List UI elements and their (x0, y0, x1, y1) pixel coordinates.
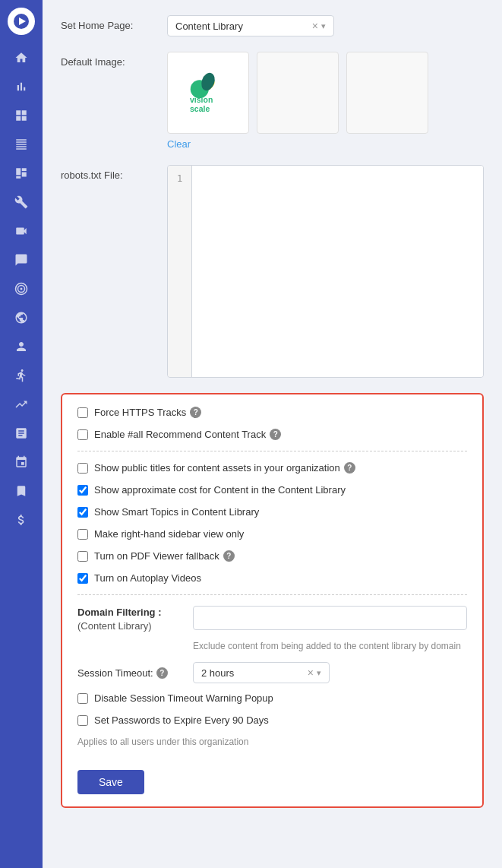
recommend-track-label: Enable #all Recommend Content Track ? (94, 429, 281, 440)
pdf-help-icon[interactable]: ? (223, 550, 235, 562)
autoplay-checkbox[interactable] (77, 573, 88, 584)
sidebar (0, 0, 43, 868)
domain-filter-row: Domain Filtering : (Content Library) (77, 606, 467, 633)
domain-filter-sublabel: (Content Library) (77, 620, 152, 632)
show-approx-checkbox[interactable] (77, 485, 88, 496)
disable-warning-row: Disable Session Timeout Warning Popup (77, 692, 467, 704)
home-page-row: Set Home Page: Content Library × ▾ (61, 15, 484, 36)
image-box-3[interactable] (346, 52, 428, 134)
recommend-track-checkbox[interactable] (77, 429, 88, 440)
show-smart-topics-label: Show Smart Topics in Content Library (94, 506, 259, 518)
home-page-clear[interactable]: × (312, 20, 318, 32)
message-icon[interactable] (6, 246, 36, 274)
default-image-row: Default Image: vision (61, 52, 484, 150)
home-page-select[interactable]: Content Library × ▾ (167, 15, 334, 36)
session-timeout-arrow[interactable]: ▾ (317, 668, 321, 678)
globe-icon[interactable] (6, 304, 36, 331)
session-help-icon[interactable]: ? (156, 667, 168, 679)
show-smart-topics-row: Show Smart Topics in Content Library (77, 506, 467, 518)
divider-2 (77, 594, 467, 595)
autoplay-row: Turn on Autoplay Videos (77, 572, 467, 584)
pdf-viewer-checkbox[interactable] (77, 551, 88, 562)
make-sidebar-row: Make right-hand sidebar view only (77, 528, 467, 540)
show-public-help-icon[interactable]: ? (344, 462, 355, 474)
show-public-row: Show public titles for content assets in… (77, 462, 467, 474)
session-timeout-label: Session Timeout: ? (77, 667, 184, 679)
clear-image-link[interactable]: Clear (167, 138, 191, 150)
home-page-label: Set Home Page: (61, 15, 167, 31)
target-icon[interactable] (6, 275, 36, 303)
vision-scale-logo: vision scale (168, 52, 248, 133)
home-page-arrow[interactable]: ▾ (321, 21, 326, 31)
save-button[interactable]: Save (77, 770, 144, 794)
line-numbers: 1 (168, 166, 192, 377)
home-page-control: Content Library × ▾ (167, 15, 484, 36)
session-timeout-value: 2 hours (201, 667, 308, 679)
disable-warning-label: Disable Session Timeout Warning Popup (94, 692, 273, 704)
code-editor: 1 (167, 165, 484, 378)
main-content: Set Home Page: Content Library × ▾ Defau… (43, 0, 502, 868)
robots-control: 1 (167, 165, 484, 378)
show-public-checkbox[interactable] (77, 463, 88, 474)
bookmark-icon[interactable] (6, 477, 36, 505)
default-image-label: Default Image: (61, 52, 167, 68)
force-https-row: Force HTTPS Tracks ? (77, 407, 467, 418)
chart-icon[interactable] (6, 73, 36, 100)
force-https-help-icon[interactable]: ? (190, 407, 201, 418)
robots-textarea[interactable] (192, 166, 483, 377)
dollar-icon[interactable] (6, 506, 36, 534)
show-approx-label: Show approximate cost for Content in the… (94, 484, 346, 496)
image-box-2[interactable] (257, 52, 339, 134)
reporting-icon[interactable] (6, 420, 36, 447)
session-timeout-row: Session Timeout: ? 2 hours × ▾ (77, 662, 467, 683)
make-sidebar-label: Make right-hand sidebar view only (94, 528, 244, 540)
pdf-viewer-label: Turn on PDF Viewer fallback ? (94, 550, 235, 562)
disable-warning-checkbox[interactable] (77, 693, 88, 704)
autoplay-label: Turn on Autoplay Videos (94, 572, 201, 584)
robots-row: robots.txt File: 1 (61, 165, 484, 378)
make-sidebar-checkbox[interactable] (77, 529, 88, 540)
divider-1 (77, 451, 467, 451)
layout-icon[interactable] (6, 160, 36, 187)
default-image-control: vision scale Clear (167, 52, 484, 150)
recommend-track-row: Enable #all Recommend Content Track ? (77, 429, 467, 440)
show-public-label: Show public titles for content assets in… (94, 462, 355, 474)
pdf-viewer-row: Turn on PDF Viewer fallback ? (77, 550, 467, 562)
force-https-label: Force HTTPS Tracks ? (94, 407, 201, 418)
tools-icon[interactable] (6, 188, 36, 216)
image-box-1[interactable]: vision scale (167, 52, 249, 134)
save-button-container: Save (77, 759, 467, 794)
calendar-icon[interactable] (6, 448, 36, 476)
analytics-icon[interactable] (6, 391, 36, 418)
show-smart-topics-checkbox[interactable] (77, 507, 88, 518)
home-icon[interactable] (6, 44, 36, 71)
session-timeout-select[interactable]: 2 hours × ▾ (193, 662, 330, 683)
session-timeout-clear[interactable]: × (308, 667, 314, 679)
home-page-value: Content Library (175, 21, 312, 32)
domain-filter-label: Domain Filtering : (Content Library) (77, 606, 184, 633)
image-upload-row: vision scale (167, 52, 484, 134)
set-passwords-checkbox[interactable] (77, 715, 88, 726)
person-icon[interactable] (6, 362, 36, 389)
domain-hint: Exclude content from being added to the … (193, 641, 467, 651)
set-passwords-row: Set Passwords to Expire Every 90 Days (77, 714, 467, 726)
settings-section: Force HTTPS Tracks ? Enable #all Recomme… (61, 393, 484, 808)
domain-filter-input[interactable] (193, 606, 467, 630)
recommend-help-icon[interactable]: ? (270, 429, 281, 440)
applies-hint: Applies to all users under this organiza… (77, 737, 467, 747)
force-https-checkbox[interactable] (77, 407, 88, 418)
sidebar-logo[interactable] (8, 8, 35, 35)
table-icon[interactable] (6, 131, 36, 158)
user-icon[interactable] (6, 333, 36, 360)
show-approx-row: Show approximate cost for Content in the… (77, 484, 467, 496)
set-passwords-label: Set Passwords to Expire Every 90 Days (94, 714, 269, 726)
svg-text:scale: scale (190, 104, 210, 113)
video-icon[interactable] (6, 217, 36, 245)
grid-icon[interactable] (6, 102, 36, 129)
svg-text:vision: vision (190, 95, 213, 104)
robots-label: robots.txt File: (61, 165, 167, 181)
line-number-1: 1 (172, 172, 187, 185)
svg-point-4 (21, 288, 23, 290)
